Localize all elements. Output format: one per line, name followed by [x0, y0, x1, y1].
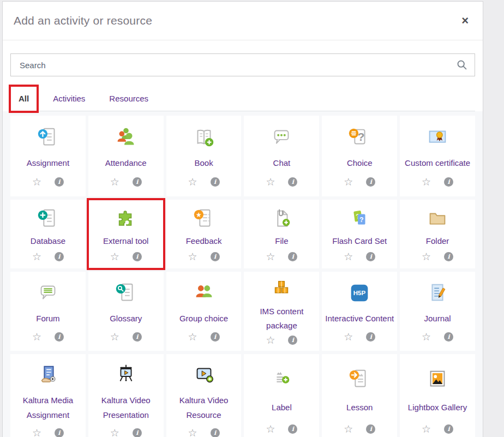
tile-label[interactable]: Custom certificate [405, 156, 470, 170]
tile-label[interactable]: Choice [347, 156, 373, 170]
star-outline-icon[interactable]: ☆ [110, 252, 119, 262]
tile-kaltura-video-presentation[interactable]: Kaltura Video Presentation☆i [88, 354, 164, 437]
info-icon[interactable]: i [444, 332, 453, 342]
tile-label[interactable]: Interactive Content [325, 312, 394, 326]
star-outline-icon[interactable]: ☆ [188, 332, 197, 342]
info-icon[interactable]: i [288, 177, 297, 187]
tile-assignment[interactable]: Assignment☆i [10, 116, 86, 196]
tile-journal[interactable]: Journal☆i [400, 272, 475, 351]
tile-choice[interactable]: ?Choice☆i [322, 116, 397, 196]
info-icon[interactable]: i [55, 428, 64, 437]
tile-label[interactable]: Forum [36, 312, 59, 326]
info-icon[interactable]: i [55, 177, 64, 187]
star-outline-icon[interactable]: ☆ [188, 252, 197, 262]
tile-lightbox-gallery[interactable]: Lightbox Gallery☆i [400, 354, 475, 437]
info-icon[interactable]: i [288, 424, 297, 434]
tile-label[interactable]: Group choice [179, 312, 228, 326]
tile-interactive-content[interactable]: H5PInteractive Content☆i [322, 272, 397, 351]
tile-label[interactable]: Folder [426, 234, 449, 248]
tile-label[interactable]: Label [272, 400, 292, 415]
tile-label[interactable]: Glossary [110, 312, 142, 326]
tile-label[interactable]: Kaltura Video Presentation [91, 393, 161, 422]
star-outline-icon[interactable]: ☆ [266, 424, 275, 434]
info-icon[interactable]: i [366, 177, 375, 187]
star-outline-icon[interactable]: ☆ [344, 177, 353, 187]
star-outline-icon[interactable]: ☆ [188, 177, 197, 187]
tile-label[interactable]: File [275, 234, 288, 248]
info-icon[interactable]: i [211, 428, 220, 437]
info-icon[interactable]: i [55, 332, 64, 342]
star-outline-icon[interactable]: ☆ [32, 177, 41, 187]
info-icon[interactable]: i [444, 177, 453, 187]
tile-ims-content-package[interactable]: IMS content package☆i [244, 272, 319, 351]
tile-label[interactable]: Database [31, 234, 65, 248]
tile-custom-certificate[interactable]: Custom certificate☆i [400, 116, 475, 196]
close-icon[interactable]: × [458, 14, 472, 28]
info-icon[interactable]: i [288, 252, 297, 261]
info-icon[interactable]: i [288, 336, 297, 345]
tile-label[interactable]: Journal [424, 312, 451, 326]
star-outline-icon[interactable]: ☆ [266, 177, 275, 187]
tile-file[interactable]: File☆i [244, 200, 319, 268]
star-outline-icon[interactable]: ☆ [422, 177, 431, 187]
tile-label[interactable]: Label☆i [244, 354, 319, 437]
star-outline-icon[interactable]: ☆ [110, 428, 119, 437]
info-icon[interactable]: i [133, 177, 142, 187]
info-icon[interactable]: i [444, 424, 453, 434]
info-icon[interactable]: i [366, 252, 375, 261]
star-outline-icon[interactable]: ☆ [344, 332, 353, 342]
tile-group-choice[interactable]: Group choice☆i [166, 272, 242, 351]
tile-attendance[interactable]: Attendance☆i [88, 116, 164, 196]
star-outline-icon[interactable]: ☆ [110, 177, 119, 187]
star-outline-icon[interactable]: ☆ [266, 335, 275, 345]
info-icon[interactable]: i [133, 252, 142, 261]
tab-resources[interactable]: Resources [101, 86, 157, 111]
tile-label[interactable]: Lesson [346, 400, 373, 415]
tile-chat[interactable]: Chat☆i [244, 116, 319, 196]
tile-label[interactable]: Kaltura Media Assignment [13, 393, 83, 422]
info-icon[interactable]: i [444, 252, 453, 261]
star-outline-icon[interactable]: ☆ [110, 332, 119, 342]
tile-flash-card-set[interactable]: ??Flash Card Set☆i [322, 200, 397, 268]
info-icon[interactable]: i [211, 332, 220, 342]
tile-label[interactable]: Book [194, 156, 213, 170]
star-outline-icon[interactable]: ☆ [344, 252, 353, 262]
star-outline-icon[interactable]: ☆ [422, 252, 431, 262]
tile-glossary[interactable]: Glossary☆i [88, 272, 164, 351]
tile-kaltura-video-resource[interactable]: Kaltura Video Resource☆i [166, 354, 242, 437]
tile-label[interactable]: Flash Card Set [332, 234, 387, 248]
star-outline-icon[interactable]: ☆ [188, 428, 197, 437]
search-icon[interactable] [456, 59, 467, 70]
tile-label[interactable]: IMS content package [246, 304, 317, 333]
tile-lesson[interactable]: Lesson☆i [322, 354, 397, 437]
info-icon[interactable]: i [55, 252, 64, 261]
tile-external-tool[interactable]: External tool☆i [88, 200, 164, 268]
info-icon[interactable]: i [366, 332, 375, 342]
tile-folder[interactable]: Folder☆i [400, 200, 475, 268]
tile-forum[interactable]: Forum☆i [10, 272, 86, 351]
tile-label[interactable]: Kaltura Video Resource [169, 393, 239, 422]
info-icon[interactable]: i [211, 252, 220, 261]
star-outline-icon[interactable]: ☆ [32, 332, 41, 342]
info-icon[interactable]: i [211, 177, 220, 187]
tile-label[interactable]: Lightbox Gallery [408, 400, 467, 415]
tile-feedback[interactable]: ★Feedback☆i [166, 200, 242, 268]
star-outline-icon[interactable]: ☆ [266, 252, 275, 262]
tab-all[interactable]: All [10, 86, 37, 111]
star-outline-icon[interactable]: ☆ [32, 252, 41, 262]
tile-label[interactable]: Attendance [105, 156, 147, 170]
search-input[interactable] [10, 53, 475, 76]
tile-label[interactable]: External tool [103, 234, 148, 248]
star-outline-icon[interactable]: ☆ [422, 332, 431, 342]
tile-label[interactable]: Chat [273, 156, 291, 170]
tile-kaltura-media-assignment[interactable]: Kaltura Media Assignment☆i [10, 354, 86, 437]
tab-activities[interactable]: Activities [45, 86, 93, 111]
info-icon[interactable]: i [133, 428, 142, 437]
tile-book[interactable]: Book☆i [166, 116, 242, 196]
tile-label[interactable]: Assignment [27, 156, 69, 170]
info-icon[interactable]: i [133, 332, 142, 342]
tile-label[interactable]: Feedback [186, 234, 222, 248]
star-outline-icon[interactable]: ☆ [32, 428, 41, 437]
star-outline-icon[interactable]: ☆ [422, 424, 431, 434]
info-icon[interactable]: i [366, 424, 375, 434]
